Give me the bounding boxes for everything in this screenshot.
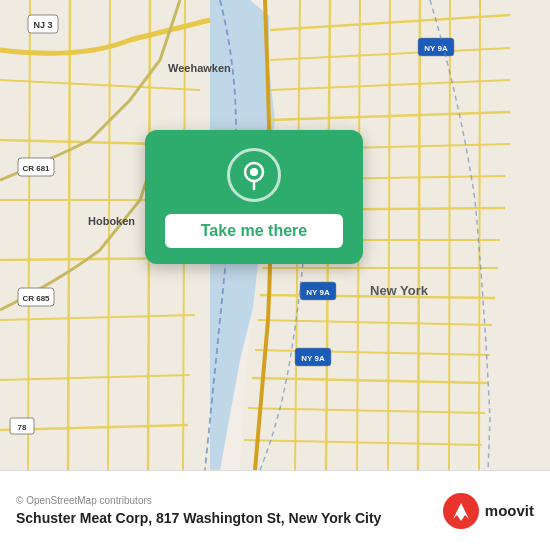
svg-text:Weehawken: Weehawken xyxy=(168,62,231,74)
action-card: Take me there xyxy=(145,130,363,264)
svg-text:CR 681: CR 681 xyxy=(22,164,50,173)
map-container: NJ 3 CR 681 CR 685 NY 9A NY 9A NY 9A 78 … xyxy=(0,0,550,470)
copyright-text: © OpenStreetMap contributors xyxy=(16,495,381,506)
address-text: Schuster Meat Corp, 817 Washington St, N… xyxy=(16,510,381,526)
svg-line-26 xyxy=(479,0,480,470)
svg-text:78: 78 xyxy=(18,423,27,432)
svg-text:NY 9A: NY 9A xyxy=(306,288,330,297)
take-me-there-button[interactable]: Take me there xyxy=(165,214,343,248)
svg-text:NY 9A: NY 9A xyxy=(424,44,448,53)
moovit-label: moovit xyxy=(485,502,534,519)
svg-point-57 xyxy=(250,168,258,176)
moovit-icon xyxy=(443,493,479,529)
location-pin-icon xyxy=(238,159,270,191)
svg-text:CR 685: CR 685 xyxy=(22,294,50,303)
svg-text:Hoboken: Hoboken xyxy=(88,215,135,227)
pin-icon-wrapper xyxy=(227,148,281,202)
svg-text:NJ 3: NJ 3 xyxy=(33,20,52,30)
svg-text:NY 9A: NY 9A xyxy=(301,354,325,363)
svg-text:New York: New York xyxy=(370,283,429,298)
moovit-logo: moovit xyxy=(443,493,534,529)
bottom-left: © OpenStreetMap contributors Schuster Me… xyxy=(16,495,381,526)
bottom-bar: © OpenStreetMap contributors Schuster Me… xyxy=(0,470,550,550)
